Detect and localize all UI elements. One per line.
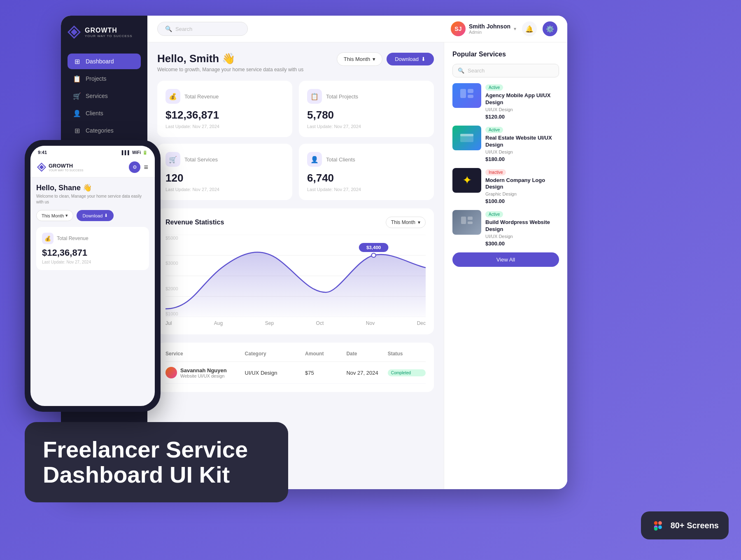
x-label-jul: Jul bbox=[165, 320, 172, 326]
phone-logo-icon bbox=[37, 163, 46, 172]
sidebar-item-clients[interactable]: 👤 Clients bbox=[68, 105, 141, 121]
table-user: Savannah Nguyen Website UI/UX design bbox=[165, 367, 242, 378]
phone-menu-icon[interactable]: ≡ bbox=[144, 163, 148, 172]
phone-stat-value: $12,36,871 bbox=[42, 247, 143, 258]
phone-logo-tagline: YOUR WAY TO SUCCESS bbox=[49, 169, 83, 172]
phone-greeting: Hello, Shane 👋 Welcome to clean, Manage … bbox=[36, 183, 149, 205]
chart-x-labels: Jul Aug Sep Oct Nov Dec bbox=[165, 320, 426, 326]
revenue-update: Last Update: Nov 27, 2024 bbox=[165, 124, 284, 129]
col-status: Status bbox=[388, 351, 426, 357]
services-update: Last Update: Nov 27, 2024 bbox=[165, 187, 284, 192]
popular-search[interactable]: 🔍 Search bbox=[452, 64, 559, 77]
service-item-3: ✦ Inactive Modern Company Logo Design Gr… bbox=[452, 168, 559, 205]
dash-actions: This Month ▾ Download ⬇ bbox=[337, 52, 434, 66]
user-name: Smith Johnson bbox=[469, 23, 510, 30]
phone-settings-button[interactable]: ⚙ bbox=[129, 161, 140, 173]
chevron-down-icon: ▾ bbox=[514, 26, 516, 32]
phone-greeting-subtitle: Welcome to clean, Manage your home servi… bbox=[36, 194, 149, 205]
sidebar-item-dashboard[interactable]: ⊞ Dashboard bbox=[68, 54, 141, 69]
phone-stat-header: 💰 Total Revenue bbox=[42, 233, 143, 244]
this-month-label: This Month bbox=[344, 56, 370, 62]
popular-search-placeholder: Search bbox=[468, 68, 485, 74]
x-label-oct: Oct bbox=[316, 320, 324, 326]
revenue-this-month-button[interactable]: This Month ▾ bbox=[386, 217, 426, 228]
projects-value: 5,780 bbox=[307, 109, 426, 121]
clients-label: Total Clients bbox=[326, 156, 355, 163]
revenue-chart-header: Revenue Statistics This Month ▾ bbox=[165, 217, 426, 228]
svg-rect-23 bbox=[658, 525, 662, 529]
revenue-chevron-icon: ▾ bbox=[418, 219, 420, 225]
service-item-2: Active Real Estate Website UI/UX Design … bbox=[452, 126, 559, 162]
top-nav-right: SJ Smith Johnson Admin ▾ 🔔 ⚙️ bbox=[451, 21, 557, 36]
phone-stat-label: Total Revenue bbox=[57, 236, 89, 241]
stats-grid: 💰 Total Revenue $12,36,871 Last Update: … bbox=[157, 81, 434, 200]
table-section: Service Category Amount Date Status Sava… bbox=[157, 343, 434, 392]
sidebar-item-categories[interactable]: ⊞ Categories bbox=[68, 123, 141, 138]
promo-line2: Dashboard UI Kit bbox=[43, 462, 230, 488]
service-name-4: Build Wordpress Website Design bbox=[485, 219, 559, 233]
phone-this-month-label: This Month bbox=[42, 213, 64, 218]
service-info-3: Inactive Modern Company Logo Design Grap… bbox=[485, 168, 559, 205]
clients-icon: 👤 bbox=[73, 110, 81, 117]
services-stat-icon: 🛒 bbox=[165, 152, 180, 167]
row-amount: $75 bbox=[305, 370, 343, 376]
settings-button[interactable]: ⚙️ bbox=[543, 21, 557, 36]
svg-point-7 bbox=[371, 253, 376, 257]
svg-rect-20 bbox=[654, 521, 657, 525]
svg-marker-19 bbox=[40, 165, 44, 170]
main-content: 🔍 Search SJ Smith Johnson Admin ▾ 🔔 ⚙️ bbox=[147, 16, 567, 489]
projects-label: Total Projects bbox=[326, 93, 358, 100]
phone-status-right: ▌▌▌ WiFi 🔋 bbox=[122, 150, 147, 155]
search-placeholder: Search bbox=[175, 26, 192, 32]
phone-greeting-text: Hello, Shane 👋 bbox=[36, 183, 149, 192]
phone-download-icon: ⬇ bbox=[104, 213, 108, 218]
y-label-3000: $3000 bbox=[165, 261, 178, 266]
table-header: Service Category Amount Date Status bbox=[165, 351, 426, 362]
view-all-button[interactable]: View All bbox=[452, 252, 559, 267]
service-name-1: Agency Mobile App UI/UX Design bbox=[485, 92, 559, 106]
service-item-4: Active Build Wordpress Website Design UI… bbox=[452, 210, 559, 247]
service-category-1: UI/UX Design bbox=[485, 107, 559, 112]
phone-signal-icon: ▌▌▌ bbox=[122, 150, 130, 155]
services-value: 120 bbox=[165, 172, 284, 184]
svg-point-24 bbox=[654, 527, 657, 531]
search-bar[interactable]: 🔍 Search bbox=[157, 22, 248, 36]
notification-button[interactable]: 🔔 bbox=[522, 21, 537, 36]
phone-wifi-icon: WiFi bbox=[132, 150, 141, 155]
download-button[interactable]: Download ⬇ bbox=[387, 53, 434, 65]
service-price-2: $180.00 bbox=[485, 156, 559, 162]
sidebar-item-projects[interactable]: 📋 Projects bbox=[68, 71, 141, 86]
service-thumb-1 bbox=[452, 83, 481, 108]
greeting-text: Hello, Smith 👋 bbox=[157, 52, 303, 65]
row-date: Nov 27, 2024 bbox=[346, 370, 384, 376]
sidebar-item-services[interactable]: 🛒 Services bbox=[68, 88, 141, 104]
revenue-label: Total Revenue bbox=[184, 93, 219, 100]
download-icon: ⬇ bbox=[421, 56, 426, 62]
projects-update: Last Update: Nov 27, 2024 bbox=[307, 124, 426, 129]
row-user-name: Savannah Nguyen bbox=[180, 367, 227, 373]
col-category: Category bbox=[245, 351, 302, 357]
this-month-button[interactable]: This Month ▾ bbox=[337, 52, 382, 66]
revenue-chart-card: Revenue Statistics This Month ▾ bbox=[157, 208, 434, 334]
x-label-dec: Dec bbox=[417, 320, 426, 326]
x-label-sep: Sep bbox=[265, 320, 274, 326]
revenue-value: $12,36,871 bbox=[165, 109, 284, 121]
status-badge-1: Active bbox=[485, 84, 503, 91]
phone-logo-name: GROWTH bbox=[49, 163, 83, 169]
svg-rect-21 bbox=[658, 521, 662, 525]
service-info-1: Active Agency Mobile App UI/UX Design UI… bbox=[485, 83, 559, 120]
svg-rect-11 bbox=[468, 89, 473, 93]
right-panel: Popular Services 🔍 Search Active Agency … bbox=[444, 42, 567, 489]
y-label-5000: $5000 bbox=[165, 236, 178, 240]
phone-actions: This Month ▾ Download ⬇ bbox=[36, 210, 149, 221]
service-price-1: $120.00 bbox=[485, 114, 559, 120]
logo-icon bbox=[68, 26, 81, 39]
phone-this-month-button[interactable]: This Month ▾ bbox=[36, 210, 73, 221]
status-badge-2: Active bbox=[485, 127, 503, 133]
categories-icon: ⊞ bbox=[73, 127, 81, 134]
download-label: Download bbox=[395, 56, 419, 62]
phone-download-button[interactable]: Download ⬇ bbox=[77, 210, 114, 221]
row-service: Website UI/UX design bbox=[180, 373, 227, 378]
services-icon: 🛒 bbox=[73, 92, 81, 100]
user-info[interactable]: SJ Smith Johnson Admin ▾ bbox=[451, 21, 516, 36]
